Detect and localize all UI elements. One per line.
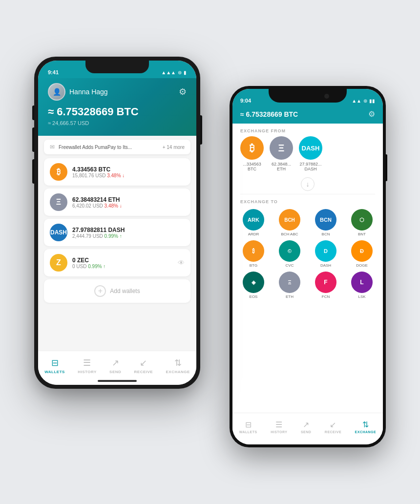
to-coin-bchabc[interactable]: BCH BCH ABC (273, 209, 306, 236)
wifi-icon2: ⊛ (363, 98, 367, 104)
zec-usd: 0 USD 0.99% ↑ (72, 264, 173, 269)
receive-label1: RECEIVE (134, 370, 153, 374)
to-coin-doge[interactable]: Ð DOGE (346, 240, 378, 268)
btc-icon: ₿ (50, 163, 67, 181)
from-btc-label: ...334563BTC (243, 162, 261, 171)
bchabc-icon: BCH (279, 209, 300, 231)
mute-button (32, 105, 34, 120)
add-wallet-button[interactable]: + Add wallets (44, 279, 190, 303)
wallet-item-eth[interactable]: Ξ 62.38483214 ETH 6,420.02 USD 3.48% ↓ (44, 189, 190, 216)
notch2 (269, 89, 347, 103)
nav-send2[interactable]: ↗ SEND (301, 420, 311, 434)
fcn-label: FCN (322, 294, 330, 299)
bnt-label: BNT (358, 232, 366, 236)
doge-label: DOGE (356, 263, 368, 268)
phone1-screen: 9:41 ▲▲▲ ⊛ ▮ 👤 Hanna Hagg ⚙ ≈ 6.75328669… (38, 61, 196, 385)
dash-icon: DASH (50, 224, 67, 241)
doge-icon: Ð (351, 240, 373, 262)
eth-amount: 62.38483214 ETH (72, 196, 185, 203)
to-coin-eos[interactable]: ◈ EOS (237, 272, 270, 299)
notch1 (85, 61, 149, 73)
bnt-icon: ⬡ (351, 209, 373, 231)
to-coin-bnt[interactable]: ⬡ BNT (346, 209, 378, 236)
ardr-label: ARDR (248, 232, 259, 236)
user-name1: Hanna Hagg (69, 88, 179, 96)
to-coin-lsk[interactable]: L LSK (346, 272, 378, 299)
lsk-icon: L (351, 272, 373, 293)
from-coin-eth[interactable]: Ξ 62.3848...ETH (270, 136, 293, 171)
btc-usd: 15,801.76 USD 3.48% ↓ (72, 173, 185, 178)
wallet-info-btc: 4.334563 BTC 15,801.76 USD 3.48% ↓ (72, 166, 185, 178)
battery-icon2: ▮▮ (369, 98, 375, 104)
exchange-content: EXCHANGE FROM ₿ ...334563BTC Ξ 62.3848..… (232, 124, 383, 430)
to-coin-bcn[interactable]: BCN BCN (310, 209, 342, 236)
signal-icon2: ▲▲ (352, 98, 361, 104)
zec-change: 0.99% ↑ (88, 264, 105, 269)
btg-label: BTG (250, 263, 257, 268)
wallet-item-dash[interactable]: DASH 27.97882811 DASH 2,444.79 USD 0.99%… (44, 219, 190, 246)
cvc-label: CVC (286, 263, 294, 268)
exchange-label2: EXCHANGE (355, 430, 377, 434)
btc-usd-value: 15,801.76 USD (72, 173, 105, 178)
news-icon: ✉ (50, 144, 55, 150)
dash-to-icon: D (315, 240, 336, 262)
to-coin-ardr[interactable]: ARK ARDR (237, 209, 270, 236)
volume-up-button (32, 127, 34, 152)
add-wallet-label: Add wallets (110, 288, 140, 294)
nav-wallets1[interactable]: ⊟ WALLETS (44, 357, 65, 374)
nav-wallets2[interactable]: ⊟ WALLETS (239, 420, 257, 434)
history-icon2: ☰ (275, 420, 282, 429)
btc-change: 3.48% ↓ (107, 173, 125, 178)
eth-usd: 6,420.02 USD 3.48% ↓ (72, 203, 185, 209)
wallets-icon1: ⊟ (51, 357, 59, 368)
to-coin-cvc[interactable]: © CVC (273, 240, 306, 268)
avatar1: 👤 (48, 83, 65, 101)
btc-amount: 4.334563 BTC (72, 166, 185, 173)
bchabc-label: BCH ABC (281, 232, 298, 236)
to-coin-fcn[interactable]: F FCN (310, 272, 342, 299)
exchange-from-coins: ₿ ...334563BTC Ξ 62.3848...ETH DASH 27.9… (232, 136, 383, 176)
history-label2: HISTORY (271, 430, 287, 434)
nav-receive1[interactable]: ↙ RECEIVE (134, 357, 153, 374)
send-label2: SEND (301, 430, 311, 434)
nav-history2[interactable]: ☰ HISTORY (271, 420, 287, 434)
receive-label2: RECEIVE (325, 430, 341, 434)
phone2-screen: 9:04 ▲▲ ⊛ ▮▮ ≈ 6.75328669 BTC ⚙ EXCHANGE… (232, 89, 383, 444)
wallet-item-btc[interactable]: ₿ 4.334563 BTC 15,801.76 USD 3.48% ↓ (44, 158, 190, 186)
power-button2 (386, 154, 387, 181)
btg-icon: ₿ (243, 240, 264, 262)
header1-top: 👤 Hanna Hagg ⚙ (48, 83, 187, 101)
send-icon1: ↗ (112, 357, 119, 368)
wallets-icon2: ⊟ (245, 420, 252, 429)
settings-icon1[interactable]: ⚙ (179, 86, 187, 97)
from-coin-btc[interactable]: ₿ ...334563BTC (240, 136, 264, 171)
nav-exchange2[interactable]: ⇅ EXCHANGE (355, 420, 377, 434)
wallet-info-zec: 0 ZEC 0 USD 0.99% ↑ (72, 257, 173, 269)
power-button (200, 115, 202, 145)
eye-icon[interactable]: 👁 (178, 259, 185, 267)
news-ticker[interactable]: ✉ Freewallet Adds PumaPay to Its... + 14… (44, 140, 190, 154)
to-coin-eth[interactable]: Ξ ETH (273, 272, 306, 299)
to-coin-btg[interactable]: ₿ BTG (237, 240, 270, 268)
receive-icon1: ↙ (140, 357, 147, 368)
exchange-to-grid: ARK ARDR BCH BCH ABC BCN BCN ⬡ BNT (232, 207, 383, 301)
balance2: ≈ 6.75328669 BTC (240, 110, 298, 118)
zec-usd-value: 0 USD (72, 264, 86, 269)
nav-send1[interactable]: ↗ SEND (109, 357, 121, 374)
nav-receive2[interactable]: ↙ RECEIVE (325, 420, 341, 434)
cvc-icon: © (279, 240, 300, 262)
to-coin-dash[interactable]: D DASH (310, 240, 342, 268)
settings-icon2[interactable]: ⚙ (368, 109, 375, 119)
wallets-label2: WALLETS (239, 430, 257, 434)
home-indicator1 (98, 380, 137, 382)
from-eth-icon: Ξ (270, 136, 293, 160)
from-eth-label: 62.3848...ETH (272, 162, 291, 171)
status-icons2: ▲▲ ⊛ ▮▮ (352, 98, 375, 104)
nav-history1[interactable]: ☰ HISTORY (78, 357, 97, 374)
from-coin-dash[interactable]: DASH 27.97882...DASH (299, 136, 322, 171)
volume-down-button (32, 159, 34, 184)
phone2: 9:04 ▲▲ ⊛ ▮▮ ≈ 6.75328669 BTC ⚙ EXCHANGE… (230, 86, 386, 447)
nav-exchange1[interactable]: ⇅ EXCHANGE (166, 357, 189, 374)
wallet-item-zec[interactable]: Z 0 ZEC 0 USD 0.99% ↑ 👁 (44, 249, 190, 276)
eth-change: 3.48% ↓ (105, 203, 122, 209)
